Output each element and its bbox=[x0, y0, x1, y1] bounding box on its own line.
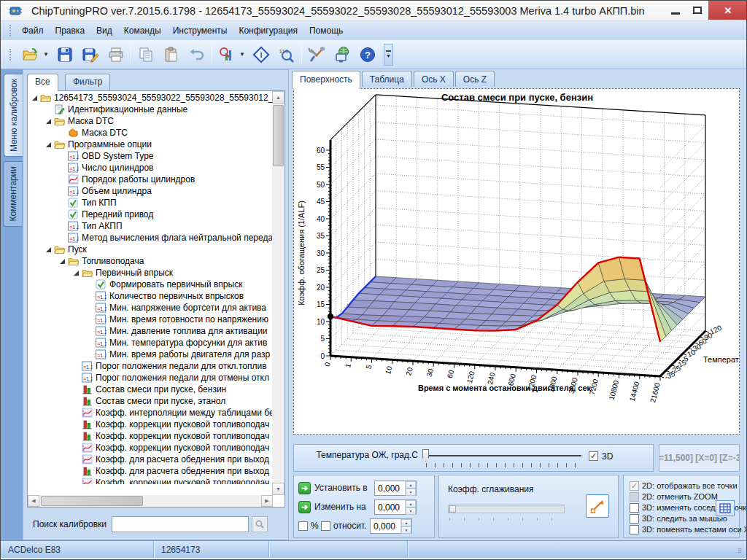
view-option-checkbox-2[interactable] bbox=[630, 503, 639, 513]
tree-item[interactable]: =1.2Мин. температура форсунки для актив bbox=[28, 337, 273, 349]
tree-expander-icon[interactable] bbox=[44, 117, 53, 125]
apply-change-button[interactable]: ➔ bbox=[298, 501, 311, 513]
tree-item[interactable]: =1.2Порог положения педали для отмены от… bbox=[28, 372, 273, 384]
tree-item[interactable]: =1.2Число цилиндров bbox=[28, 162, 273, 174]
menu-1[interactable]: Правка bbox=[50, 23, 91, 39]
surface-chart[interactable]: 0510152025303540455055600151020306012024… bbox=[294, 89, 739, 434]
tree-expander-icon[interactable] bbox=[58, 257, 66, 265]
tree-item[interactable]: =1.2Метод вычисления флага нейтральной п… bbox=[28, 232, 273, 244]
resize-grip[interactable]: ⠿ bbox=[738, 548, 746, 556]
tree-item[interactable]: =1.2OBD System Type bbox=[28, 150, 273, 162]
tree-item[interactable]: 12654173_55593024_55593022_55593028_5559… bbox=[28, 92, 273, 104]
relative-checkbox[interactable] bbox=[321, 521, 330, 531]
paste-button[interactable] bbox=[162, 45, 181, 64]
info-button[interactable]: i bbox=[252, 45, 271, 64]
menu-4[interactable]: Инструменты bbox=[167, 23, 233, 39]
vertical-tab-calibration-menu[interactable]: Меню калибровок bbox=[4, 74, 23, 157]
relative-spinner[interactable]: 0,000 ▲▼ bbox=[370, 518, 412, 534]
tree-expander-icon[interactable] bbox=[44, 141, 53, 149]
tab-filter[interactable]: Фильтр bbox=[65, 74, 110, 90]
tree-item[interactable]: =1.2Объем цилиндра bbox=[28, 185, 273, 197]
tree-item[interactable]: Состав смеси при пуске, бензин bbox=[28, 384, 273, 395]
tree-item[interactable]: =1.2Мин. напряжение бортсети для актива bbox=[28, 302, 273, 314]
zoom-percent-button[interactable]: 110 bbox=[277, 45, 296, 64]
tree-item[interactable]: Маска DTC bbox=[28, 127, 273, 139]
tree-item[interactable]: Программные опции bbox=[28, 139, 273, 150]
vertical-tab-comments[interactable]: Комментарии bbox=[3, 161, 22, 227]
calibration-search-input[interactable] bbox=[112, 516, 249, 532]
tree-item[interactable]: Коэфф. коррекции пусковой топливоподач bbox=[28, 442, 273, 454]
tree-item[interactable]: =1.2Мин. время работы двигателя для разр bbox=[28, 349, 273, 360]
tree-item[interactable]: Коэфф. для расчета обеднения при выход bbox=[28, 454, 273, 465]
tree-horizontal-scrollbar[interactable]: ◀ ▶ bbox=[28, 495, 273, 507]
surface-chart-area[interactable]: 0510152025303540455055600151020306012024… bbox=[293, 88, 740, 435]
dropdown-arrow-icon[interactable]: ▼ bbox=[239, 51, 245, 58]
tree-item[interactable]: =1.2Тип АКПП bbox=[28, 220, 273, 232]
apply-set-button[interactable]: ➔ bbox=[298, 482, 311, 494]
tree-item[interactable]: Коэфф. для расчета обеднения при выход bbox=[28, 465, 273, 477]
help-button[interactable]: ? bbox=[358, 45, 377, 64]
copy-button[interactable] bbox=[136, 45, 155, 64]
menu-5[interactable]: Конфигурация bbox=[233, 23, 303, 39]
undo-button[interactable] bbox=[187, 45, 206, 64]
interpolate-button[interactable] bbox=[586, 494, 609, 518]
tree-expander-icon[interactable] bbox=[31, 94, 39, 102]
chart-tab-3[interactable]: Ось Z bbox=[455, 71, 495, 87]
menu-3[interactable]: Команды bbox=[118, 23, 167, 39]
tree-vertical-scrollbar[interactable]: ▲ ▼ bbox=[272, 91, 285, 495]
tree-item[interactable]: Идентификационные данные bbox=[28, 104, 273, 115]
chart-tab-0[interactable]: Поверхность bbox=[292, 71, 360, 89]
tree-item[interactable]: Коэфф. коррекции пусковой топливоподач bbox=[28, 477, 273, 484]
toolbar-grip[interactable] bbox=[9, 49, 12, 61]
change-by-spinner[interactable]: 0,000 ▲▼ bbox=[374, 499, 417, 515]
view-option-checkbox-4[interactable] bbox=[630, 525, 639, 534]
toolbar-overflow-button[interactable]: ▼ bbox=[384, 44, 393, 66]
tree-item[interactable]: Передний привод bbox=[28, 209, 273, 220]
view-3d-checkbox[interactable]: ✓ bbox=[589, 451, 598, 461]
chart-zoom-button[interactable] bbox=[217, 45, 236, 64]
maximize-button[interactable] bbox=[686, 1, 708, 19]
save-button[interactable] bbox=[55, 45, 74, 64]
search-button[interactable] bbox=[252, 516, 268, 532]
save-edit-button[interactable] bbox=[81, 45, 100, 64]
tree-item[interactable]: Коэфф. интерполяции между таблицами бе bbox=[28, 407, 273, 419]
dropdown-arrow-icon[interactable]: ▼ bbox=[43, 51, 49, 58]
set-to-spinner[interactable]: 0,000 ▲▼ bbox=[374, 481, 417, 496]
tree-expander-icon[interactable] bbox=[72, 269, 80, 277]
tree-item[interactable]: =1.2Мин. время готовности по напряжению bbox=[28, 314, 273, 325]
tree-item[interactable]: Топливоподача bbox=[28, 255, 273, 267]
tree-item[interactable]: =1.2Мин. давление топлива для активации bbox=[28, 325, 273, 337]
tree-expander-icon[interactable] bbox=[44, 246, 53, 254]
web-update-button[interactable] bbox=[333, 45, 352, 64]
temperature-slider-thumb[interactable] bbox=[422, 449, 429, 462]
menu-2[interactable]: Вид bbox=[90, 23, 118, 39]
tree-item[interactable]: =1.2Порог положения педали для откл.топл… bbox=[28, 360, 273, 372]
view-option-checkbox-3[interactable] bbox=[630, 514, 639, 524]
menu-grip[interactable] bbox=[9, 25, 12, 36]
tree-item[interactable]: Тип КПП bbox=[28, 197, 273, 209]
view-option-checkbox-0[interactable]: ✓ bbox=[630, 481, 639, 491]
tree-item[interactable]: Коэфф. коррекции пусковой топливоподач bbox=[28, 430, 273, 442]
open-file-button[interactable] bbox=[21, 45, 40, 64]
tree-item[interactable]: Пуск bbox=[28, 244, 273, 255]
chart-tab-1[interactable]: Таблица bbox=[362, 71, 412, 87]
tree-item[interactable]: Коэфф. коррекции пусковой топливоподач bbox=[28, 419, 273, 430]
tree-item[interactable]: =1.2Количество первичных впрысков bbox=[28, 290, 273, 302]
menu-0[interactable]: Файл bbox=[16, 23, 50, 39]
tree-item[interactable]: Первичный впрыск bbox=[28, 267, 273, 279]
print-button[interactable] bbox=[107, 45, 125, 64]
minimize-button[interactable] bbox=[665, 1, 686, 19]
view-option-checkbox-1[interactable] bbox=[630, 492, 639, 502]
tree-item[interactable]: Состав смеси при пуске, этанол bbox=[28, 395, 273, 407]
temperature-slider[interactable] bbox=[425, 455, 581, 456]
tab-all[interactable]: Все bbox=[27, 74, 58, 91]
smoothing-slider-thumb[interactable] bbox=[449, 505, 456, 513]
tree-item[interactable]: Формировать первичный впрыск bbox=[28, 279, 273, 290]
tree-item[interactable]: Порядок работы цилиндров bbox=[28, 174, 273, 185]
close-button[interactable]: ✕ bbox=[708, 1, 747, 20]
menu-6[interactable]: Помощь bbox=[303, 23, 349, 39]
tree-item[interactable]: Маска DTC bbox=[28, 115, 273, 127]
tools-button[interactable] bbox=[307, 45, 326, 64]
smoothing-slider[interactable] bbox=[448, 505, 565, 513]
table-grid-button[interactable] bbox=[716, 500, 735, 516]
